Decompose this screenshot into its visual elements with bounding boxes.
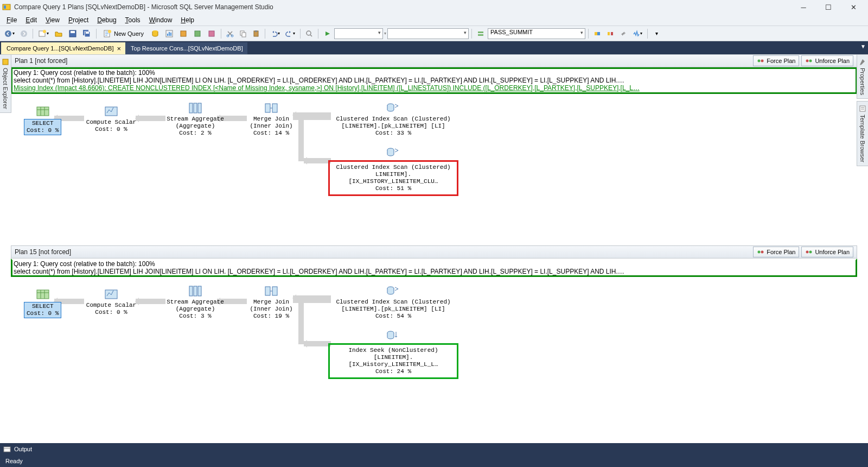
plan1-force-button[interactable]: Force Plan: [753, 55, 799, 66]
plan1-canvas[interactable]: SELECT Cost: 0 % Compute Scalar Cost: 0 …: [11, 94, 857, 245]
menu-tools[interactable]: Tools: [121, 15, 145, 25]
svg-rect-58: [265, 287, 270, 295]
open-button[interactable]: [52, 28, 65, 40]
database-selector[interactable]: PASS_SUMMIT: [488, 28, 585, 39]
template-browser-tab[interactable]: Template Browser: [857, 101, 868, 166]
plan1-header: Plan 1 [not forced] Force Plan Unforce P…: [11, 54, 857, 67]
status-text: Ready: [5, 458, 23, 464]
plan2-canvas[interactable]: SELECT Cost: 0 % Compute Scalar Cost: 0 …: [11, 277, 857, 443]
plan2-merge-join-node[interactable]: Merge Join (Inner Join) Cost: 19 %: [244, 285, 298, 320]
svg-point-49: [758, 250, 761, 253]
object-explorer-tab[interactable]: Object Explorer: [0, 54, 11, 113]
svg-point-27: [307, 31, 311, 35]
svg-point-36: [758, 60, 761, 62]
solution-config-combo[interactable]: [334, 28, 383, 39]
new-query-label: New Query: [114, 30, 144, 37]
svg-rect-26: [255, 30, 257, 32]
menu-edit[interactable]: Edit: [21, 15, 41, 25]
svg-rect-17: [170, 33, 171, 36]
svg-rect-10: [86, 32, 89, 34]
svg-rect-18: [181, 31, 186, 36]
toolbar: ▾ ▾ New Query ▾ ▾ ▾ PASS_SUMMIT ▾ ▾: [0, 26, 868, 41]
close-button[interactable]: ✕: [841, 0, 866, 14]
xmla-query-icon[interactable]: [205, 28, 218, 40]
undo-button[interactable]: ▾: [268, 28, 282, 40]
activity-monitor-icon[interactable]: ▾: [630, 28, 644, 40]
disconnect-icon[interactable]: [604, 28, 616, 40]
plan2-index-seek-node[interactable]: Index Seek (NonClustered) [LINEITEM].[IX…: [328, 329, 458, 379]
save-button[interactable]: [66, 28, 79, 40]
menu-project[interactable]: Project: [64, 15, 93, 25]
properties-tab[interactable]: Properties: [857, 54, 868, 99]
plan1-index-scan-bottom-node[interactable]: Clustered Index Scan (Clustered) LINEITE…: [328, 146, 458, 196]
analysis-query-icon[interactable]: [163, 28, 176, 40]
menu-view[interactable]: View: [41, 15, 64, 25]
svg-point-5: [43, 30, 46, 33]
plan2-unforce-button[interactable]: Unforce Plan: [801, 247, 853, 257]
tab-close-icon[interactable]: ×: [117, 45, 121, 52]
plan2-header: Plan 15 [not forced] Force Plan Unforce …: [11, 245, 857, 258]
plan2-index-scan-top-node[interactable]: Clustered Index Scan (Clustered) [LINEIT…: [331, 285, 456, 320]
svg-rect-62: [4, 447, 10, 452]
plan1-select-node[interactable]: SELECT Cost: 0 %: [24, 105, 61, 135]
svg-rect-34: [3, 59, 8, 65]
plan1-merge-join-node[interactable]: Merge Join (Inner Join) Cost: 14 %: [244, 102, 298, 137]
maximize-button[interactable]: ☐: [816, 0, 841, 14]
plan1-title: Plan 1 [not forced]: [15, 57, 751, 65]
menubar: File Edit View Project Debug Tools Windo…: [0, 14, 868, 26]
save-all-button[interactable]: [80, 28, 93, 40]
menu-debug[interactable]: Debug: [93, 15, 120, 25]
plan2-compute-scalar-node[interactable]: Compute Scalar Cost: 0 %: [81, 288, 141, 316]
plan2-force-button[interactable]: Force Plan: [753, 247, 799, 257]
plan2-stream-aggregate-node[interactable]: Stream Aggregate (Aggregate) Cost: 3 %: [163, 285, 228, 320]
tab-top-resource[interactable]: Top Resource Cons...[SQLvNextDemoDB]: [125, 42, 247, 54]
start-debug-button[interactable]: [321, 28, 333, 40]
copy-icon[interactable]: [237, 28, 249, 40]
plan1-compute-scalar-node[interactable]: Compute Scalar Cost: 0 %: [81, 105, 141, 133]
plan1-missing-index[interactable]: Missing Index (Impact 48.6606): CREATE N…: [11, 84, 857, 94]
redo-button[interactable]: ▾: [283, 28, 297, 40]
svg-rect-59: [272, 287, 277, 295]
plan2-title: Plan 15 [not forced]: [15, 248, 751, 256]
svg-rect-24: [242, 33, 246, 37]
menu-help[interactable]: Help: [176, 15, 199, 25]
change-connection-icon[interactable]: [617, 28, 629, 40]
output-panel-tab[interactable]: Output: [0, 443, 868, 455]
plan1-index-scan-top-node[interactable]: Clustered Index Scan (Clustered) [LINEIT…: [331, 102, 456, 137]
svg-point-51: [806, 250, 809, 253]
tabs-dropdown-icon[interactable]: ▼: [860, 43, 866, 49]
svg-point-2: [5, 30, 11, 37]
svg-rect-42: [189, 103, 193, 113]
new-query-button[interactable]: New Query: [99, 28, 148, 40]
plan1-stream-aggregate-node[interactable]: Stream Aggregate (Aggregate) Cost: 2 %: [163, 102, 228, 137]
svg-rect-29: [478, 34, 483, 36]
dmx-query-icon[interactable]: [191, 28, 204, 40]
db-engine-query-icon[interactable]: [149, 28, 162, 40]
nav-fwd-button[interactable]: [18, 28, 30, 40]
svg-rect-28: [478, 31, 483, 33]
svg-point-37: [761, 60, 764, 62]
tab-compare-query[interactable]: Compare Query 1...[SQLvNextDemoDB] ×: [1, 42, 125, 54]
cut-icon[interactable]: [224, 28, 236, 40]
plan2-select-node[interactable]: SELECT Cost: 0 %: [24, 288, 61, 318]
connect-icon[interactable]: [591, 28, 603, 40]
find-icon[interactable]: [303, 28, 315, 40]
svg-rect-33: [611, 32, 613, 35]
registered-servers-icon[interactable]: [475, 28, 487, 40]
svg-rect-53: [37, 290, 49, 299]
svg-rect-44: [198, 103, 201, 113]
svg-rect-31: [597, 32, 600, 35]
plan1-unforce-button[interactable]: Unforce Plan: [801, 55, 853, 66]
solution-platform-combo[interactable]: [387, 28, 469, 39]
status-bar: Ready: [0, 455, 868, 467]
svg-point-50: [761, 250, 764, 253]
svg-rect-45: [265, 104, 270, 112]
nav-back-button[interactable]: ▾: [2, 28, 17, 40]
mdx-query-icon[interactable]: [177, 28, 190, 40]
menu-file[interactable]: File: [2, 15, 21, 25]
toolbar-overflow[interactable]: ▾: [650, 28, 662, 40]
menu-window[interactable]: Window: [145, 15, 177, 25]
new-project-button[interactable]: ▾: [36, 28, 51, 40]
paste-icon[interactable]: [250, 28, 262, 40]
minimize-button[interactable]: ─: [791, 0, 816, 14]
